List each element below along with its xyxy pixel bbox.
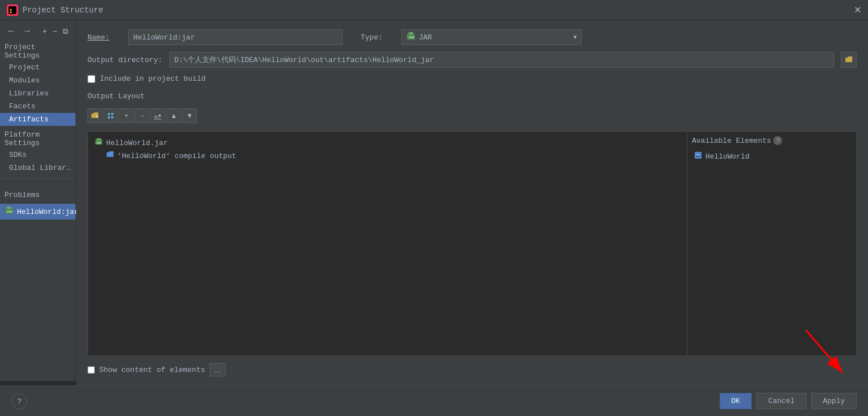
grid-icon-btn[interactable]	[103, 108, 118, 123]
sort-icon: a z	[154, 112, 162, 120]
move-down-btn[interactable]: ▼	[182, 108, 197, 123]
sidebar-scrollbar[interactable]	[0, 381, 76, 386]
sidebar: ← → + − ⧉ Project Settings Project Modul…	[0, 20, 76, 386]
artifact-item[interactable]: JAR HelloWorld:jar	[0, 204, 76, 220]
project-structure-dialog: I Project Structure ✕ ← → + − ⧉ Project	[0, 0, 868, 416]
svg-text:JAR: JAR	[6, 210, 12, 214]
sidebar-item-sdks[interactable]: SDKs	[0, 148, 76, 161]
close-button[interactable]: ✕	[854, 5, 861, 15]
ok-button[interactable]: OK	[720, 393, 752, 409]
apply-button[interactable]: Apply	[811, 393, 857, 409]
output-dir-label: Output directory:	[87, 56, 163, 64]
compile-output-label: 'HelloWorld' compile output	[117, 152, 236, 160]
name-label: Name:	[87, 33, 121, 42]
sidebar-divider	[0, 178, 76, 178]
available-elements-label: Available Elements	[692, 137, 771, 145]
left-tree: JAR HelloWorld.jar 'HelloWorld' compile …	[88, 132, 687, 356]
intellij-icon: I	[7, 5, 18, 16]
svg-rect-13	[111, 116, 113, 119]
artifact-jar-icon: JAR	[5, 206, 14, 217]
svg-text:I: I	[9, 8, 12, 15]
cancel-button[interactable]: Cancel	[756, 393, 806, 409]
add-artifact-button[interactable]: +	[41, 25, 49, 37]
add-remove-icons: + − ⧉	[41, 25, 70, 37]
add-folder-icon: +	[91, 112, 99, 119]
output-dir-input[interactable]	[169, 52, 834, 68]
svg-rect-7	[409, 32, 413, 34]
sidebar-item-artifacts[interactable]: Artifacts	[0, 113, 76, 126]
nav-back-button[interactable]: ←	[5, 25, 18, 37]
dialog-title: Project Structure	[23, 6, 103, 15]
sidebar-item-facets[interactable]: Facets	[0, 100, 76, 113]
sidebar-item-problems[interactable]: Problems	[0, 189, 76, 202]
svg-rect-10	[108, 113, 110, 115]
sidebar-item-project[interactable]: Project	[0, 61, 76, 74]
svg-text:JAR: JAR	[408, 36, 414, 40]
title-bar: I Project Structure ✕	[0, 0, 868, 20]
tree-item-jar[interactable]: JAR HelloWorld.jar	[93, 136, 682, 150]
folder-browse-icon	[845, 56, 853, 63]
svg-rect-23	[696, 154, 700, 155]
type-dropdown-arrow: ▼	[573, 34, 577, 41]
main-content: ← → + − ⧉ Project Settings Project Modul…	[0, 20, 868, 386]
svg-text:+: +	[96, 114, 99, 119]
remove-btn[interactable]: −	[135, 108, 150, 123]
right-elements: Available Elements ? HelloWorld	[687, 132, 856, 356]
output-layout-title: Output Layout	[87, 92, 857, 100]
svg-rect-19	[97, 138, 101, 140]
sidebar-item-global[interactable]: Global Libraries	[0, 161, 76, 174]
type-value: JAR	[419, 33, 570, 42]
svg-text:JAR: JAR	[96, 142, 101, 145]
title-bar-left: I Project Structure	[7, 5, 103, 16]
browse-button[interactable]	[841, 52, 857, 68]
output-layout-area: JAR HelloWorld.jar 'HelloWorld' compile …	[87, 131, 857, 356]
type-label: Type:	[361, 33, 394, 42]
ellipsis-button[interactable]: ...	[209, 363, 226, 376]
available-elements-help[interactable]: ?	[773, 136, 782, 145]
svg-text:a: a	[154, 113, 157, 119]
artifact-list: JAR HelloWorld:jar	[0, 202, 76, 222]
compile-output-folder-icon	[106, 151, 114, 160]
jar-type-icon: JAR	[406, 32, 415, 43]
name-type-row: Name: Type: JAR JAR ▼	[87, 29, 857, 45]
sidebar-item-modules[interactable]: Modules	[0, 74, 76, 87]
nav-arrows: ← →	[5, 25, 34, 37]
available-item-label: HelloWorld	[705, 152, 749, 161]
right-panel: Name: Type: JAR JAR ▼ O	[76, 20, 868, 386]
sidebar-item-libraries[interactable]: Libraries	[0, 87, 76, 100]
svg-rect-4	[7, 207, 11, 209]
tree-item-compile-output[interactable]: 'HelloWorld' compile output	[93, 150, 682, 162]
jar-item-label: HelloWorld.jar	[106, 139, 168, 147]
jar-icon: JAR	[95, 138, 103, 148]
remove-artifact-button[interactable]: −	[51, 25, 59, 37]
add-folder-btn[interactable]: +	[87, 108, 102, 123]
dialog-footer: ? OK Cancel Apply	[0, 386, 868, 416]
sidebar-bottom	[0, 381, 76, 386]
copy-artifact-button[interactable]: ⧉	[61, 25, 70, 37]
svg-rect-12	[108, 116, 110, 119]
bottom-row: Show content of elements ...	[87, 363, 857, 376]
artifact-item-label: HelloWorld:jar	[17, 208, 78, 216]
nav-row: ← → + − ⧉	[0, 23, 76, 40]
include-checkbox-row: Include in project build	[87, 75, 857, 83]
type-select[interactable]: JAR JAR ▼	[401, 29, 582, 45]
show-content-checkbox[interactable]	[87, 366, 95, 374]
include-label: Include in project build	[100, 75, 205, 83]
project-settings-header: Project Settings	[0, 40, 76, 61]
move-up-btn[interactable]: ▲	[166, 108, 181, 123]
module-icon	[694, 151, 702, 161]
name-input[interactable]	[128, 29, 343, 45]
output-dir-row: Output directory:	[87, 52, 857, 68]
sort-btn[interactable]: a z	[151, 108, 165, 123]
available-elements-header: Available Elements ?	[692, 136, 852, 145]
platform-settings-header: Platform Settings	[0, 126, 76, 148]
add-btn[interactable]: +	[119, 108, 134, 123]
show-content-row: Show content of elements	[87, 366, 205, 374]
svg-rect-11	[111, 113, 113, 115]
include-checkbox[interactable]	[87, 75, 95, 83]
available-item-helloworld[interactable]: HelloWorld	[692, 150, 852, 163]
apply-container: Apply	[811, 393, 857, 409]
show-content-label: Show content of elements	[99, 366, 205, 374]
nav-forward-button[interactable]: →	[20, 25, 34, 37]
help-button[interactable]: ?	[11, 393, 27, 409]
